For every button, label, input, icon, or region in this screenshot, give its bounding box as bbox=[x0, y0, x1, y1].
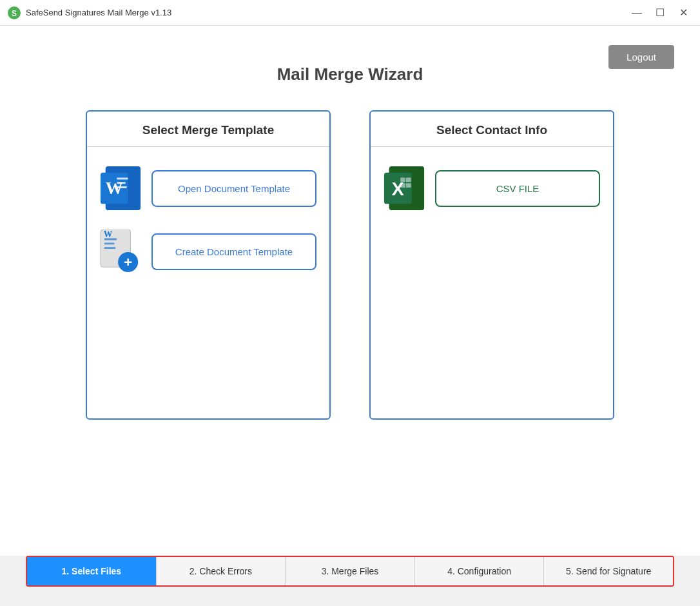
merge-template-panel: Select Merge Template W Open Document Te… bbox=[86, 110, 331, 420]
svg-rect-21 bbox=[406, 177, 411, 182]
svg-rect-5 bbox=[117, 177, 128, 179]
csv-row: X CSV FILE bbox=[384, 166, 600, 210]
svg-rect-11 bbox=[104, 242, 115, 244]
svg-rect-16 bbox=[127, 259, 128, 266]
svg-rect-12 bbox=[104, 247, 115, 249]
csv-file-button[interactable]: CSV FILE bbox=[435, 170, 600, 207]
step-5-button[interactable]: 5. Send for Signature bbox=[544, 557, 673, 585]
svg-text:S: S bbox=[12, 9, 17, 18]
svg-rect-7 bbox=[117, 186, 127, 188]
word-open-icon: W bbox=[100, 166, 141, 210]
logout-button[interactable]: Logout bbox=[608, 45, 674, 69]
excel-icon: X bbox=[384, 166, 425, 210]
svg-rect-23 bbox=[406, 183, 411, 188]
contact-info-heading: Select Contact Info bbox=[371, 112, 613, 147]
step-1-button[interactable]: 1. Select Files bbox=[27, 557, 157, 585]
step-3-button[interactable]: 3. Merge Files bbox=[286, 557, 415, 585]
minimize-button[interactable]: — bbox=[628, 4, 646, 22]
step-2-button[interactable]: 2. Check Errors bbox=[157, 557, 286, 585]
svg-rect-6 bbox=[117, 182, 126, 184]
wizard-steps: 1. Select Files 2. Check Errors 3. Merge… bbox=[26, 556, 674, 587]
word-create-icon: W bbox=[100, 230, 141, 273]
contact-info-panel: Select Contact Info X CSV FIL bbox=[369, 110, 614, 420]
svg-rect-22 bbox=[400, 183, 405, 188]
merge-template-body: W Open Document Template bbox=[87, 147, 329, 293]
window-controls: — ☐ ✕ bbox=[628, 4, 692, 22]
open-document-template-button[interactable]: Open Document Template bbox=[151, 170, 316, 207]
contact-info-body: X CSV FILE bbox=[371, 147, 613, 230]
panels-row: Select Merge Template W Open Document Te… bbox=[86, 110, 614, 420]
app-icon: S bbox=[8, 6, 21, 19]
open-template-row: W Open Document Template bbox=[100, 166, 316, 210]
title-bar-text: SafeSend Signatures Mail Merge v1.13 bbox=[26, 8, 628, 17]
step-4-button[interactable]: 4. Configuration bbox=[415, 557, 545, 585]
create-document-template-button[interactable]: Create Document Template bbox=[151, 233, 316, 270]
maximize-button[interactable]: ☐ bbox=[651, 4, 669, 22]
svg-text:W: W bbox=[104, 230, 113, 239]
title-bar: S SafeSend Signatures Mail Merge v1.13 —… bbox=[0, 0, 700, 26]
wizard-title: Mail Merge Wizard bbox=[277, 64, 423, 84]
merge-template-heading: Select Merge Template bbox=[87, 112, 329, 147]
svg-rect-20 bbox=[400, 177, 405, 182]
create-template-row: W Create Document Template bbox=[100, 230, 316, 273]
main-content: Logout Mail Merge Wizard Select Merge Te… bbox=[0, 26, 700, 556]
close-button[interactable]: ✕ bbox=[674, 4, 692, 22]
